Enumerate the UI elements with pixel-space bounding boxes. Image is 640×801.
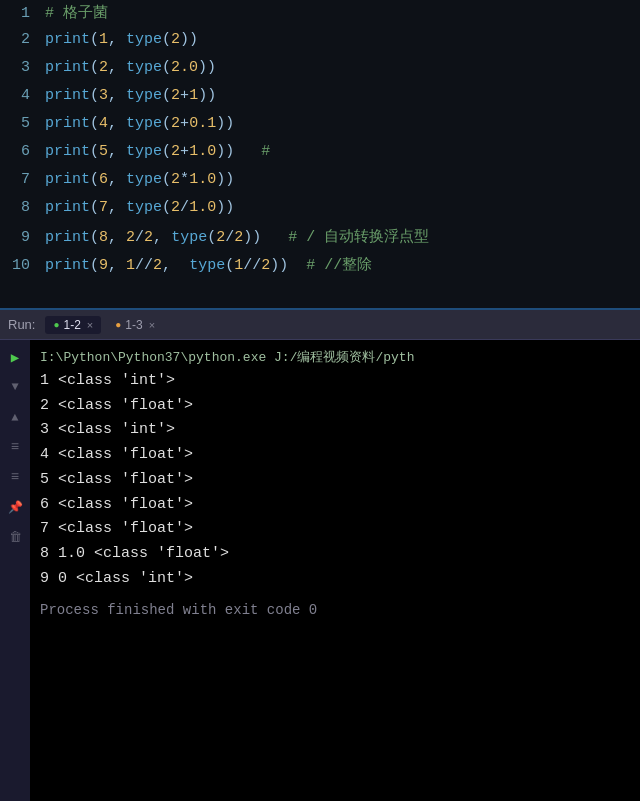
tab-1-2-label: 1-2 <box>64 318 81 332</box>
terminal-output-line: 4 <class 'float'> <box>40 443 630 468</box>
tab-dot-1: ● <box>53 319 59 330</box>
code-line: # 格子菌 <box>45 0 640 25</box>
line-number: 4 <box>0 84 45 107</box>
process-message: Process finished with exit code 0 <box>40 602 630 618</box>
run-label: Run: <box>8 317 35 332</box>
code-line: print(9, 1//2, type(1//2)) # //整除 <box>45 252 640 277</box>
code-row: 3print(2, type(2.0)) <box>0 56 640 84</box>
line-number: 1 <box>0 2 45 25</box>
code-line: print(5, type(2+1.0)) # <box>45 140 640 163</box>
terminal-output-line: 6 <class 'float'> <box>40 493 630 518</box>
line-number: 3 <box>0 56 45 79</box>
scroll-up-button[interactable]: ▼ <box>4 406 26 428</box>
line-number: 2 <box>0 28 45 51</box>
tab-1-3-label: 1-3 <box>125 318 142 332</box>
trash-button[interactable]: 🗑 <box>4 526 26 548</box>
code-line: print(1, type(2)) <box>45 28 640 51</box>
lines-button-2[interactable]: ≡ <box>4 466 26 488</box>
terminal-output-line: 9 0 <class 'int'> <box>40 567 630 592</box>
run-bar: Run: ● 1-2 × ● 1-3 × <box>0 310 640 340</box>
terminal-output-line: 2 <class 'float'> <box>40 394 630 419</box>
code-row: 7print(6, type(2*1.0)) <box>0 168 640 196</box>
code-row: 2print(1, type(2)) <box>0 28 640 56</box>
play-button[interactable]: ▶ <box>4 346 26 368</box>
terminal-content: I:\Python\Python37\python.exe J:/编程视频资料/… <box>30 340 640 801</box>
terminal-output-line: 1 <class 'int'> <box>40 369 630 394</box>
lines-button-1[interactable]: ≡ <box>4 436 26 458</box>
code-line: print(8, 2/2, type(2/2)) # / 自动转换浮点型 <box>45 224 640 249</box>
code-row: 6print(5, type(2+1.0)) # <box>0 140 640 168</box>
terminal-path: I:\Python\Python37\python.exe J:/编程视频资料/… <box>40 348 630 369</box>
line-number: 7 <box>0 168 45 191</box>
line-number: 5 <box>0 112 45 135</box>
terminal-output-line: 8 1.0 <class 'float'> <box>40 542 630 567</box>
code-line: print(4, type(2+0.1)) <box>45 112 640 135</box>
line-number: 10 <box>0 254 45 277</box>
code-editor: 1# 格子菌2print(1, type(2))3print(2, type(2… <box>0 0 640 310</box>
line-number: 6 <box>0 140 45 163</box>
terminal-output-line: 5 <class 'float'> <box>40 468 630 493</box>
line-number: 9 <box>0 226 45 249</box>
scroll-down-button[interactable]: ▼ <box>4 376 26 398</box>
tab-1-3[interactable]: ● 1-3 × <box>107 316 163 334</box>
code-row: 5print(4, type(2+0.1)) <box>0 112 640 140</box>
code-line: print(3, type(2+1)) <box>45 84 640 107</box>
code-row: 8print(7, type(2/1.0)) <box>0 196 640 224</box>
code-line: print(2, type(2.0)) <box>45 56 640 79</box>
pin-button[interactable]: 📌 <box>4 496 26 518</box>
tab-1-2[interactable]: ● 1-2 × <box>45 316 101 334</box>
code-row: 1# 格子菌 <box>0 0 640 28</box>
terminal-output-line: 7 <class 'float'> <box>40 517 630 542</box>
code-row: 4print(3, type(2+1)) <box>0 84 640 112</box>
tab-dot-2: ● <box>115 319 121 330</box>
terminal-output-line: 3 <class 'int'> <box>40 418 630 443</box>
line-number: 8 <box>0 196 45 219</box>
tab-1-3-close[interactable]: × <box>149 319 155 331</box>
code-line: print(7, type(2/1.0)) <box>45 196 640 219</box>
terminal: ▶ ▼ ▼ ≡ ≡ 📌 🗑 I:\Python\Python37\python.… <box>0 340 640 801</box>
terminal-sidebar: ▶ ▼ ▼ ≡ ≡ 📌 🗑 <box>0 340 30 801</box>
code-line: print(6, type(2*1.0)) <box>45 168 640 191</box>
code-row: 10print(9, 1//2, type(1//2)) # //整除 <box>0 252 640 280</box>
tab-1-2-close[interactable]: × <box>87 319 93 331</box>
code-row: 9print(8, 2/2, type(2/2)) # / 自动转换浮点型 <box>0 224 640 252</box>
